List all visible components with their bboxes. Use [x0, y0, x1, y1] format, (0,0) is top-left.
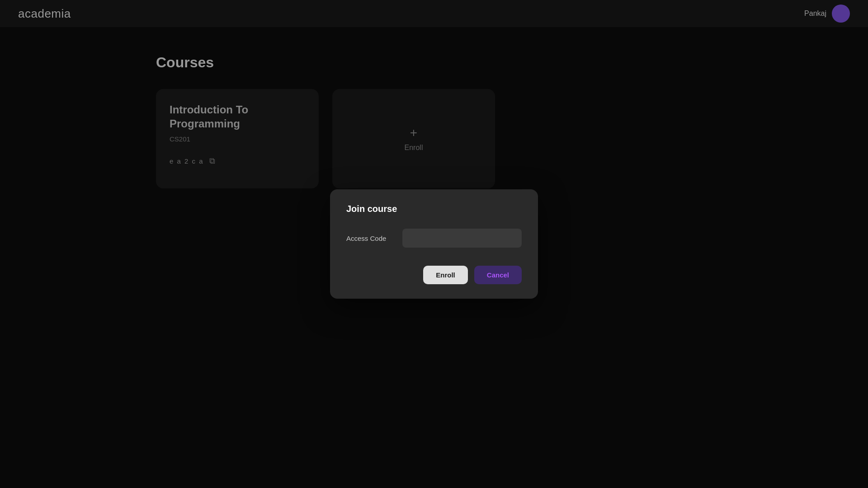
- modal-buttons: Enroll Cancel: [346, 266, 522, 284]
- access-code-input[interactable]: [402, 229, 522, 248]
- modal-title: Join course: [346, 204, 522, 214]
- join-course-modal: Join course Access Code Enroll Cancel: [330, 189, 538, 299]
- access-code-label: Access Code: [346, 235, 392, 242]
- cancel-button[interactable]: Cancel: [474, 266, 522, 284]
- modal-form-row: Access Code: [346, 229, 522, 248]
- enroll-button[interactable]: Enroll: [423, 266, 468, 284]
- modal-overlay: Join course Access Code Enroll Cancel: [0, 0, 868, 488]
